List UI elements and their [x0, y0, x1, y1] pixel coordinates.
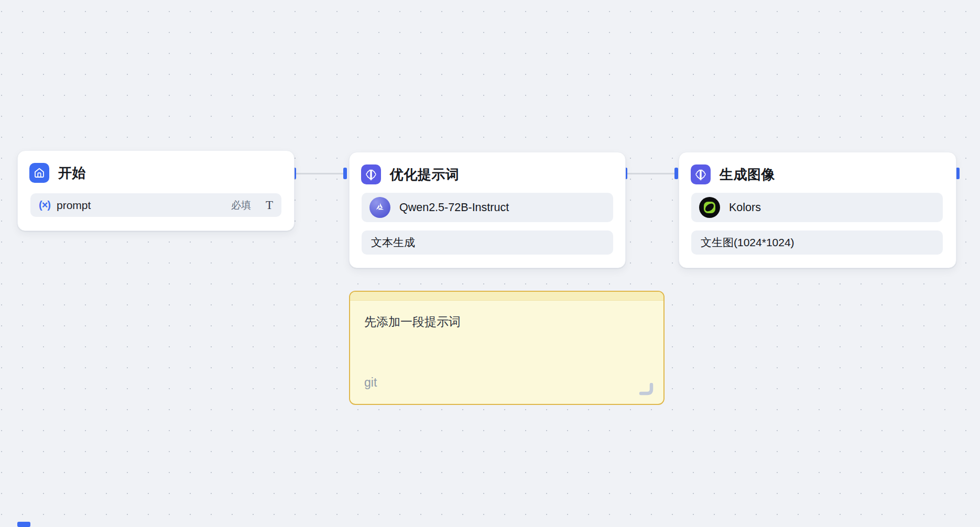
field-row-prompt[interactable]: (×) prompt 必填 T — [30, 193, 281, 217]
brain-icon — [691, 164, 711, 184]
mode-row[interactable]: 文本生成 — [362, 230, 613, 255]
partial-handle — [17, 522, 30, 527]
kolors-logo-icon — [699, 197, 720, 218]
workflow-canvas[interactable]: 开始 (×) prompt 必填 T 优化提示词 — [0, 0, 980, 527]
brain-icon — [361, 164, 381, 184]
mode-row[interactable]: 文生图(1024*1024) — [691, 230, 943, 255]
node-start[interactable]: 开始 (×) prompt 必填 T — [17, 150, 295, 231]
node-title: 生成图像 — [720, 166, 775, 184]
field-name: prompt — [57, 199, 91, 212]
mode-label: 文本生成 — [371, 235, 415, 250]
text-type-icon: T — [266, 199, 273, 212]
node-generate-image[interactable]: 生成图像 Kolors 文生图(1024*1024) — [679, 152, 956, 268]
sticky-note-text[interactable]: 先添加一段提示词 — [364, 314, 461, 330]
sticky-note[interactable]: 先添加一段提示词 git — [349, 291, 665, 405]
model-name: Qwen2.5-72B-Instruct — [399, 201, 509, 214]
qwen-logo-icon — [369, 197, 390, 218]
model-name: Kolors — [729, 201, 761, 214]
connection-handle-image-in[interactable] — [674, 168, 678, 179]
connection-handle-optimize-in[interactable] — [343, 168, 347, 179]
resize-handle-icon[interactable] — [638, 383, 654, 399]
sticky-note-footer: git — [364, 376, 377, 390]
node-optimize-prompt[interactable]: 优化提示词 Qwen2.5-72B-Instruct 文本生成 — [349, 152, 626, 268]
connection-handle-image-out[interactable] — [956, 168, 960, 179]
required-badge: 必填 — [231, 199, 251, 212]
model-selector-row[interactable]: Kolors — [691, 193, 943, 222]
node-title: 开始 — [58, 164, 86, 182]
home-icon — [29, 163, 49, 183]
node-title: 优化提示词 — [390, 166, 460, 184]
variable-icon: (×) — [39, 199, 50, 211]
edge-optimize-to-image[interactable] — [627, 173, 676, 174]
model-selector-row[interactable]: Qwen2.5-72B-Instruct — [362, 193, 613, 222]
sticky-note-header[interactable] — [350, 292, 663, 301]
mode-label: 文生图(1024*1024) — [701, 235, 794, 250]
edge-start-to-optimize[interactable] — [296, 173, 344, 174]
